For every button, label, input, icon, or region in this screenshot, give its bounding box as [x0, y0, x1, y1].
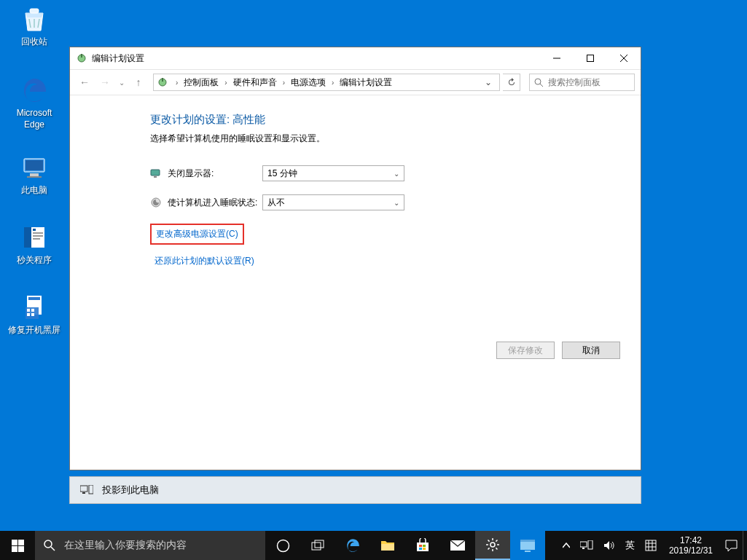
svg-rect-62	[580, 542, 587, 547]
svg-rect-36	[12, 546, 17, 552]
svg-rect-37	[18, 546, 24, 552]
desktop-icon-sec-shutdown[interactable]: 秒关程序	[7, 223, 61, 267]
dialog-buttons: 保存修改 取消	[496, 342, 620, 371]
desktop-icon-recycle-bin[interactable]: 回收站	[7, 4, 61, 48]
svg-rect-2	[26, 160, 43, 170]
power-options-icon	[157, 76, 168, 88]
svg-rect-61	[525, 551, 531, 552]
svg-line-27	[540, 84, 543, 87]
tray-ime-icon[interactable]	[640, 531, 662, 560]
navigation-bar: ← → ⌄ ↑ › 控制面板 › 硬件和声音 › 电源选项 › 编辑计划设置 ⌄…	[70, 69, 641, 95]
recent-dropdown[interactable]: ⌄	[117, 74, 127, 91]
svg-rect-48	[423, 548, 426, 550]
svg-rect-15	[31, 309, 34, 312]
svg-rect-8	[33, 232, 43, 234]
cancel-button[interactable]: 取消	[562, 342, 620, 359]
taskbar-control-panel[interactable]	[510, 531, 545, 560]
desktop-icon-edge[interactable]: Microsoft Edge	[7, 76, 61, 130]
svg-rect-64	[588, 540, 592, 549]
breadcrumb-item[interactable]: 编辑计划设置	[338, 76, 394, 89]
breadcrumb-dropdown[interactable]: ⌄	[480, 77, 496, 87]
svg-line-39	[51, 547, 55, 551]
svg-point-40	[277, 540, 289, 551]
start-button[interactable]	[0, 531, 35, 560]
svg-line-57	[488, 548, 490, 549]
chevron-down-icon: ⌄	[394, 199, 399, 207]
taskbar-search[interactable]: 在这里输入你要搜索的内容	[35, 531, 265, 560]
taskbar-file-explorer[interactable]	[370, 531, 405, 560]
svg-rect-9	[33, 235, 43, 237]
svg-rect-12	[28, 297, 40, 300]
cortana-button[interactable]	[265, 531, 300, 560]
tray-overflow[interactable]	[558, 531, 575, 560]
taskbar-store[interactable]	[405, 531, 440, 560]
chevron-right-icon: ›	[280, 79, 288, 87]
taskbar-settings[interactable]	[475, 531, 510, 560]
repair-icon	[20, 293, 49, 322]
tray-project-icon[interactable]	[575, 531, 598, 560]
setting-sleep: 使计算机进入睡眠状态: 从不 ⌄	[150, 194, 619, 210]
action-center-button[interactable]	[720, 531, 743, 560]
svg-rect-41	[312, 543, 321, 550]
desktop-icon-label: 回收站	[7, 36, 61, 48]
svg-rect-35	[18, 540, 24, 545]
svg-rect-25	[162, 78, 163, 82]
breadcrumb[interactable]: › 控制面板 › 硬件和声音 › 电源选项 › 编辑计划设置 ⌄	[153, 74, 500, 91]
desktop-icon-label: 修复开机黑屏	[7, 325, 61, 336]
svg-rect-60	[520, 540, 535, 542]
taskbar-edge[interactable]	[335, 531, 370, 560]
tray-volume-icon[interactable]	[598, 531, 620, 560]
power-options-icon	[76, 52, 87, 64]
svg-rect-28	[151, 170, 160, 176]
show-desktop-button[interactable]	[743, 531, 747, 560]
refresh-button[interactable]	[503, 74, 520, 91]
maximize-button[interactable]	[574, 47, 607, 69]
restore-defaults-link[interactable]: 还原此计划的默认设置(R)	[155, 255, 619, 267]
desktop-icon-this-pc[interactable]: 此电脑	[7, 153, 61, 197]
taskbar-clock[interactable]: 17:42 2019/12/31	[662, 535, 720, 556]
task-icons	[265, 531, 545, 560]
advanced-power-settings-link[interactable]: 更改高级电源设置(C)	[156, 228, 238, 240]
back-button[interactable]: ←	[76, 74, 93, 91]
close-button[interactable]	[607, 47, 641, 69]
desktop-icon-repair-boot[interactable]: 修复开机黑屏	[7, 293, 61, 336]
up-button[interactable]: ↑	[130, 74, 147, 91]
clock-time: 17:42	[669, 535, 713, 545]
search-input[interactable]: 搜索控制面板	[529, 74, 635, 91]
svg-rect-17	[31, 313, 34, 316]
desktop-icon-label: Microsoft Edge	[7, 108, 61, 130]
setting-label: 关闭显示器:	[168, 167, 262, 180]
search-icon	[44, 540, 55, 551]
breadcrumb-item[interactable]: 电源选项	[289, 76, 327, 89]
project-notification[interactable]: 投影到此电脑	[69, 476, 641, 504]
shutdown-app-icon	[20, 223, 49, 252]
notification-text: 投影到此电脑	[102, 484, 159, 497]
svg-rect-14	[27, 309, 30, 312]
svg-rect-65	[646, 540, 656, 551]
window-title: 编辑计划设置	[92, 52, 540, 65]
breadcrumb-item[interactable]: 硬件和声音	[232, 76, 278, 89]
svg-rect-31	[80, 486, 87, 492]
content-area: 更改计划的设置: 高性能 选择希望计算机使用的睡眠设置和显示设置。 关闭显示器:…	[70, 95, 641, 470]
breadcrumb-item[interactable]: 控制面板	[182, 76, 220, 89]
tray-ime-lang[interactable]: 英	[620, 531, 640, 560]
save-button: 保存修改	[496, 342, 555, 359]
sleep-timeout-dropdown[interactable]: 从不 ⌄	[262, 194, 404, 210]
minimize-button[interactable]	[540, 47, 574, 69]
chevron-right-icon: ›	[329, 79, 337, 87]
svg-rect-63	[582, 548, 584, 549]
svg-rect-32	[82, 492, 85, 494]
svg-rect-16	[27, 313, 30, 316]
display-timeout-dropdown[interactable]: 15 分钟 ⌄	[262, 165, 404, 181]
svg-rect-29	[154, 176, 157, 178]
titlebar[interactable]: 编辑计划设置	[70, 47, 641, 69]
forward-button[interactable]: →	[96, 74, 114, 91]
svg-line-55	[488, 540, 490, 542]
svg-point-50	[490, 543, 495, 547]
task-view-button[interactable]	[300, 531, 335, 560]
svg-line-56	[496, 548, 497, 549]
svg-rect-10	[33, 238, 40, 240]
desktop-icon-label: 此电脑	[7, 185, 61, 197]
svg-rect-0	[30, 9, 39, 13]
taskbar-mail[interactable]	[440, 531, 475, 560]
